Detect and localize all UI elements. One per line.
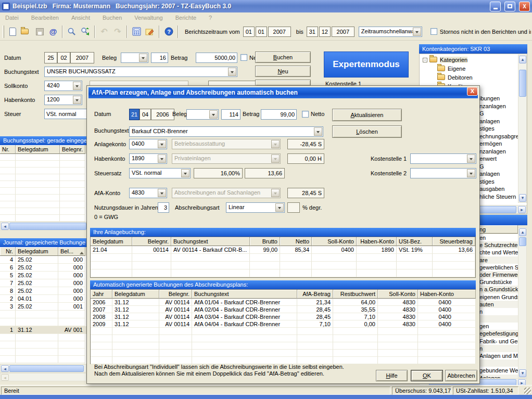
column-header[interactable]: USt-Bez. (397, 237, 433, 246)
column-header[interactable]: Belegdatum (91, 237, 132, 246)
menu-datei[interactable]: Datei (5, 15, 19, 21)
chevron-down-icon[interactable] (467, 169, 475, 177)
chevron-down-icon[interactable] (314, 127, 322, 136)
dialog-titlebar[interactable]: AfA-Plan erzeugen, Anlage und Abschreibu… (88, 87, 478, 98)
period-quick-select[interactable]: Zeitraumschnellanwahl (359, 27, 422, 37)
menu-bearbeiten[interactable]: Bearbeiten (31, 15, 59, 21)
period-to-day[interactable]: 31 (307, 27, 318, 37)
tree-item-debitoren[interactable]: Debitoren (437, 73, 473, 82)
beleg-combo[interactable] (121, 53, 148, 63)
scroll-thumb[interactable] (519, 237, 526, 246)
dlg-datum-day-field[interactable]: 21 (129, 109, 140, 120)
loeschen-button[interactable]: Löschen (332, 125, 402, 138)
dlg-netto-checkbox[interactable] (302, 111, 309, 118)
kostenstelle1-combo[interactable] (410, 153, 476, 164)
buchen-button[interactable]: Buchen (255, 52, 311, 63)
scroll-down-icon[interactable]: ▾ (519, 369, 526, 377)
column-header[interactable]: Bel... (58, 247, 85, 256)
chevron-down-icon[interactable] (73, 82, 81, 90)
email-icon[interactable]: @ (46, 25, 60, 38)
period-from-year[interactable]: 2007 (268, 27, 291, 37)
journal-hscrollbar-2[interactable]: ◂ (0, 373, 86, 381)
steuer-field[interactable]: VSt. normal (44, 109, 91, 119)
nutzungsdauer-field[interactable]: 3 (158, 202, 169, 213)
tree-item-kategorien[interactable]: -Kategorien (423, 56, 467, 64)
menu-help[interactable]: ? (209, 15, 212, 21)
column-header[interactable]: Belegdatum (16, 247, 58, 256)
scroll-thumb[interactable] (9, 365, 84, 372)
chevron-down-icon[interactable] (73, 96, 81, 104)
column-header[interactable]: Soll-Konto (312, 237, 357, 246)
scroll-left-icon[interactable]: ◂ (1, 374, 9, 381)
journal-hscrollbar[interactable]: ◂ (0, 364, 86, 372)
scroll-right-icon[interactable]: ▸ (518, 206, 526, 213)
column-header[interactable]: Netto (280, 237, 312, 246)
column-header[interactable]: Belegnr. (60, 145, 85, 154)
menu-buchen[interactable]: Buchen (103, 15, 122, 21)
dlg-datum-year-field[interactable]: 2006 (151, 109, 174, 120)
column-header[interactable]: Nr. (0, 247, 16, 256)
datum-year-field[interactable]: 2007 (70, 52, 94, 63)
chevron-down-icon[interactable] (158, 140, 166, 148)
menu-berichte[interactable]: Berichte (175, 15, 196, 21)
chevron-down-icon[interactable] (158, 189, 166, 197)
accounts-vscrollbar[interactable]: ▴ ▾ (518, 55, 527, 203)
betrag-field[interactable]: 5000,00 (196, 53, 237, 63)
minimize-button[interactable] (490, 2, 501, 11)
dlg-beleg-combo[interactable] (186, 109, 219, 120)
plan-table-body[interactable]: 200631.12AV 00114AfA 01/04 - Barkauf CDR… (91, 299, 475, 364)
scroll-down-icon[interactable]: ▾ (519, 194, 526, 202)
period-to-month[interactable]: 12 (319, 27, 331, 37)
calculator-icon[interactable] (130, 25, 143, 38)
degr-prozent-field[interactable] (287, 202, 300, 213)
close-button[interactable]: X (519, 2, 530, 11)
search-icon[interactable] (65, 25, 79, 38)
neu-button[interactable]: Neu (255, 66, 311, 77)
column-header[interactable]: Haben-Konto (357, 237, 397, 246)
afa-konto-combo[interactable]: 4830 (129, 188, 167, 198)
chevron-down-icon[interactable] (228, 68, 236, 76)
dlg-datum-month-field[interactable]: 04 (140, 109, 151, 120)
chevron-down-icon[interactable] (209, 110, 218, 119)
column-header[interactable]: Brutto (250, 237, 280, 246)
tree-item-eigene[interactable]: Eigene (437, 65, 465, 73)
open-file-icon[interactable] (19, 25, 33, 38)
period-to-year[interactable]: 2007 (332, 27, 354, 37)
column-header[interactable]: Belegnr. (132, 237, 171, 246)
column-header[interactable]: Jahr (91, 290, 112, 299)
column-header[interactable]: Restbuchwert (333, 290, 378, 299)
menu-verwaltung[interactable]: Verwaltung (134, 15, 162, 21)
scroll-up-icon[interactable]: ▴ (519, 56, 526, 63)
column-header[interactable]: Belegnr. (159, 290, 192, 299)
journal-selected-row[interactable]: 1 31.12 AV 001 (0, 326, 86, 334)
chevron-down-icon[interactable] (413, 28, 421, 36)
buchungstext-combo[interactable]: UNSER BUCHUNGSSATZ (44, 67, 237, 77)
kostenstelle2-combo[interactable] (410, 168, 476, 178)
chevron-down-icon[interactable] (139, 54, 147, 62)
scroll-thumb[interactable] (519, 70, 526, 97)
anlagebuchung-table-body[interactable]: 21.0400114AV 00114 - Barkauf CDR-B...99,… (91, 246, 475, 277)
chevron-down-icon[interactable] (181, 169, 189, 177)
datum-month-field[interactable]: 02 (57, 52, 70, 63)
chevron-down-icon[interactable] (467, 155, 475, 163)
habenkonto-combo[interactable]: 1200 (44, 95, 82, 105)
journal-table-body-empty[interactable] (0, 334, 86, 364)
period-from-day[interactable]: 01 (243, 27, 255, 37)
beleg-nr-field[interactable]: 16 (151, 53, 168, 63)
column-header[interactable]: Buchungstext (192, 290, 297, 299)
undo-icon[interactable]: ↶ (97, 25, 111, 38)
resize-grip[interactable] (524, 388, 531, 394)
stornos-checkbox[interactable] (430, 28, 437, 35)
period-from-month[interactable]: 01 (256, 27, 267, 37)
chevron-down-icon[interactable] (275, 203, 284, 212)
help-icon[interactable]: ? (162, 25, 175, 38)
scroll-up-icon[interactable]: ▴ (519, 228, 526, 236)
accounts-list-vscrollbar[interactable]: ▴ ▾ (518, 227, 527, 378)
column-header[interactable]: Steuerbetrag (433, 237, 475, 246)
dialog-close-button[interactable]: X (467, 87, 478, 96)
hilfe-button[interactable]: Hilfe (376, 370, 408, 381)
redo-icon[interactable]: ↷ (111, 25, 124, 38)
column-header[interactable]: Belegdatum (112, 290, 159, 299)
dlg-buchungstext-combo[interactable]: Barkauf CDR-Brenner (129, 126, 323, 137)
new-document-icon[interactable] (6, 25, 19, 38)
